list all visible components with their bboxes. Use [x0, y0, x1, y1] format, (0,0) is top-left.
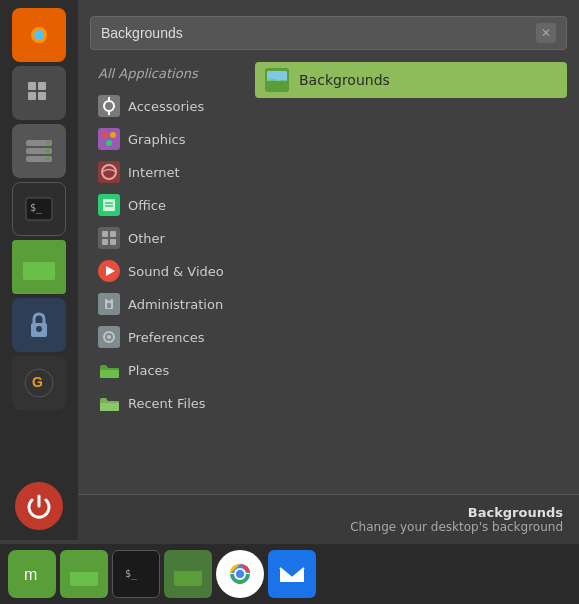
sidebar-icon-grub[interactable]: G	[12, 356, 66, 410]
svg-rect-36	[110, 231, 116, 237]
taskbar: m $_	[0, 544, 579, 604]
category-places[interactable]: Places	[90, 354, 255, 386]
taskbar-thunderbird-button[interactable]	[268, 550, 316, 598]
main-content: Backgrounds ✕ All Applications Accessori…	[78, 0, 579, 544]
backgrounds-app-label: Backgrounds	[299, 72, 390, 88]
places-icon	[98, 359, 120, 381]
administration-icon	[98, 293, 120, 315]
svg-point-12	[46, 157, 50, 161]
svg-rect-31	[103, 199, 115, 211]
all-apps-label[interactable]: All Applications	[90, 62, 255, 89]
content-area: All Applications Accessories	[90, 62, 567, 532]
svg-point-2	[34, 30, 44, 40]
svg-text:m: m	[24, 566, 37, 583]
svg-rect-6	[38, 92, 46, 100]
svg-point-11	[46, 149, 50, 153]
taskbar-files-button[interactable]	[164, 550, 212, 598]
recent-files-icon	[98, 392, 120, 414]
other-icon	[98, 227, 120, 249]
svg-point-10	[46, 141, 50, 145]
svg-rect-59	[274, 556, 310, 592]
svg-point-27	[106, 140, 112, 146]
sidebar-icon-files[interactable]	[12, 240, 66, 294]
svg-point-16	[36, 326, 42, 332]
svg-text:$_: $_	[30, 202, 43, 214]
svg-text:$_: $_	[125, 568, 138, 580]
search-clear-button[interactable]: ✕	[536, 23, 556, 43]
backgrounds-app-icon	[265, 68, 289, 92]
category-recent-files[interactable]: Recent Files	[90, 387, 255, 419]
category-administration[interactable]: Administration	[90, 288, 255, 320]
sound-video-icon	[98, 260, 120, 282]
sidebar-icon-lock[interactable]	[12, 298, 66, 352]
sidebar-icon-manager[interactable]	[12, 124, 66, 178]
app-item-backgrounds[interactable]: Backgrounds	[255, 62, 567, 98]
preferences-icon	[98, 326, 120, 348]
svg-point-26	[110, 132, 116, 138]
svg-rect-5	[28, 92, 36, 100]
category-preferences[interactable]: Preferences	[90, 321, 255, 353]
svg-text:G: G	[32, 374, 43, 390]
svg-rect-43	[107, 303, 111, 308]
taskbar-chrome-button[interactable]	[216, 550, 264, 598]
taskbar-nemo-button[interactable]	[60, 550, 108, 598]
category-office[interactable]: Office	[90, 189, 255, 221]
sidebar-icon-apps[interactable]	[12, 66, 66, 120]
sidebar-icon-terminal[interactable]: $_	[12, 182, 66, 236]
sidebar: $_ G	[0, 0, 78, 540]
svg-rect-3	[28, 82, 36, 90]
apps-panel: Backgrounds	[255, 62, 567, 532]
search-input[interactable]: Backgrounds	[101, 25, 536, 41]
internet-icon	[98, 161, 120, 183]
svg-point-47	[107, 335, 111, 339]
svg-rect-35	[102, 231, 108, 237]
svg-rect-24	[98, 128, 120, 150]
graphics-icon	[98, 128, 120, 150]
recent-files-label: Recent Files	[128, 396, 206, 411]
accessories-label: Accessories	[128, 99, 204, 114]
graphics-label: Graphics	[128, 132, 185, 147]
categories-panel: All Applications Accessories	[90, 62, 255, 532]
sidebar-icon-firefox[interactable]	[12, 8, 66, 62]
accessories-icon	[98, 95, 120, 117]
info-title: Backgrounds	[468, 505, 563, 520]
taskbar-mint-button[interactable]: m	[8, 550, 56, 598]
search-bar: Backgrounds ✕	[90, 16, 567, 50]
svg-rect-38	[110, 239, 116, 245]
office-icon	[98, 194, 120, 216]
svg-rect-34	[98, 227, 120, 249]
svg-point-58	[236, 570, 244, 578]
places-label: Places	[128, 363, 169, 378]
svg-rect-37	[102, 239, 108, 245]
category-sound-video[interactable]: Sound & Video	[90, 255, 255, 287]
administration-label: Administration	[128, 297, 223, 312]
category-internet[interactable]: Internet	[90, 156, 255, 188]
sound-video-label: Sound & Video	[128, 264, 224, 279]
preferences-label: Preferences	[128, 330, 204, 345]
internet-label: Internet	[128, 165, 180, 180]
info-bar: Backgrounds Change your desktop's backgr…	[78, 494, 579, 544]
svg-point-25	[102, 132, 108, 138]
svg-rect-50	[267, 81, 287, 85]
category-other[interactable]: Other	[90, 222, 255, 254]
category-accessories[interactable]: Accessories	[90, 90, 255, 122]
info-description: Change your desktop's background	[350, 520, 563, 534]
svg-rect-44	[107, 297, 111, 301]
sidebar-icon-power[interactable]	[15, 482, 63, 530]
other-label: Other	[128, 231, 165, 246]
office-label: Office	[128, 198, 166, 213]
taskbar-terminal-button[interactable]: $_	[112, 550, 160, 598]
category-graphics[interactable]: Graphics	[90, 123, 255, 155]
svg-rect-4	[38, 82, 46, 90]
